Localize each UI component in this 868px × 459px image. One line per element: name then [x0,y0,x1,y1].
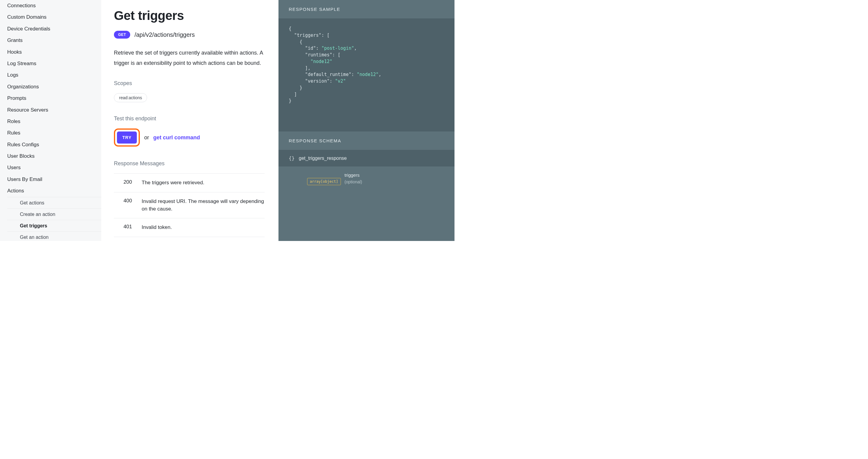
sidebar-item-device-credentials[interactable]: Device Credentials [0,23,101,35]
sidebar-item-connections[interactable]: Connections [0,0,101,11]
scope-chip: read:actions [114,93,147,102]
braces-icon: {} [289,155,294,161]
response-row: 400 Invalid request URI. The message wil… [114,193,265,218]
sidebar-item-organizations[interactable]: Organizations [0,81,101,93]
sidebar-top-list: Connections Custom Domains Device Creden… [0,0,101,197]
scopes-heading: Scopes [114,80,265,87]
schema-field-name: triggers [344,172,362,178]
sidebar-sub-create-action[interactable]: Create an action [7,208,101,220]
sidebar-sub-get-triggers[interactable]: Get triggers [7,220,101,231]
test-endpoint-row: TRY or get curl command [114,128,265,147]
response-messages-heading: Response Messages [114,161,265,167]
response-msg: Invalid request URI. The message will va… [142,198,265,212]
response-code: 400 [114,198,132,212]
response-msg: The triggers were retrieved. [142,179,265,187]
response-sample-code: { "triggers": [ { "id": "post-login", "r… [278,19,455,132]
endpoint-line: GET /api/v2/actions/triggers [114,31,265,38]
sidebar-item-users-by-email[interactable]: Users By Email [0,174,101,185]
response-panel: RESPONSE SAMPLE { "triggers": [ { "id": … [278,0,455,241]
test-endpoint-heading: Test this endpoint [114,115,265,122]
sidebar-item-users[interactable]: Users [0,162,101,173]
response-msg: Invalid token. [142,224,265,231]
schema-optional-label: (optional) [344,179,362,184]
sidebar-item-prompts[interactable]: Prompts [0,93,101,104]
get-curl-link[interactable]: get curl command [153,135,200,141]
sidebar-item-grants[interactable]: Grants [0,35,101,46]
page-title: Get triggers [114,8,265,23]
sidebar-item-logs[interactable]: Logs [0,69,101,81]
sidebar-item-log-streams[interactable]: Log Streams [0,58,101,69]
sidebar-item-rules-configs[interactable]: Rules Configs [0,139,101,150]
sidebar-item-resource-servers[interactable]: Resource Servers [0,104,101,116]
endpoint-path: /api/v2/actions/triggers [134,31,195,38]
response-schema-heading: RESPONSE SCHEMA [278,132,455,150]
sidebar: Connections Custom Domains Device Creden… [0,0,101,241]
http-method-badge: GET [114,31,130,38]
sidebar-sub-list: Get actions Create an action Get trigger… [0,197,101,241]
sidebar-item-custom-domains[interactable]: Custom Domains [0,11,101,23]
sidebar-sub-get-actions[interactable]: Get actions [7,197,101,208]
schema-field-row: array[object] triggers (optional) [278,167,455,197]
try-button[interactable]: TRY [117,132,137,144]
main-content: Get triggers GET /api/v2/actions/trigger… [101,0,278,241]
sidebar-item-rules[interactable]: Rules [0,127,101,139]
response-sample-heading: RESPONSE SAMPLE [278,0,455,19]
response-row: 200 The triggers were retrieved. [114,173,265,193]
response-messages-table: 200 The triggers were retrieved. 400 Inv… [114,173,265,237]
try-highlight-ring: TRY [114,128,140,147]
schema-root-name: get_triggers_response [299,155,347,161]
response-code: 401 [114,224,132,231]
sidebar-sub-get-action[interactable]: Get an action [7,231,101,241]
sidebar-item-actions[interactable]: Actions [0,185,101,197]
schema-type-chip: array[object] [307,178,341,185]
endpoint-description: Retrieve the set of triggers currently a… [114,48,265,68]
response-code: 200 [114,179,132,187]
or-text: or [144,135,149,141]
sidebar-item-hooks[interactable]: Hooks [0,47,101,58]
sidebar-item-roles[interactable]: Roles [0,116,101,127]
schema-root-row[interactable]: {} get_triggers_response [278,150,455,167]
response-row: 401 Invalid token. [114,218,265,237]
sidebar-item-user-blocks[interactable]: User Blocks [0,150,101,162]
